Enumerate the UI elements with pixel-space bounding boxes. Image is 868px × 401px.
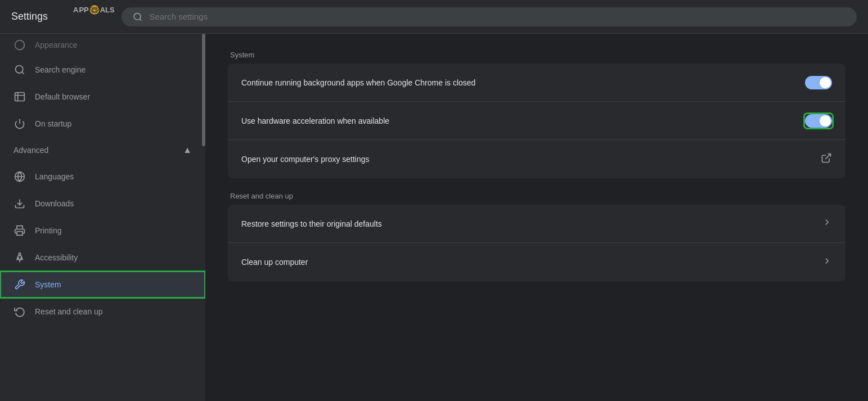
external-link-icon [821,152,832,166]
accessibility-icon [14,252,26,263]
sidebar-item-system-label: System [35,280,61,289]
sidebar-item-languages[interactable]: Languages [0,163,205,190]
power-icon [14,118,26,129]
cleanup-computer-label: Clean up computer [241,258,822,267]
svg-point-8 [19,253,20,255]
palette-icon [14,39,26,51]
sidebar-item-printing[interactable]: Printing [0,217,205,244]
toggle-thumb-2 [820,115,831,127]
wrench-icon [14,279,26,290]
sidebar-item-on-startup[interactable]: On startup [0,110,205,137]
toggle-track-2 [805,114,832,128]
system-settings-card: Continue running background apps when Go… [228,64,845,178]
sidebar-item-on-startup-label: On startup [35,119,71,128]
sidebar-item-default-browser-label: Default browser [35,92,90,101]
sidebar-item-reset-clean[interactable]: Reset and clean up [0,298,205,325]
sidebar-item-accessibility[interactable]: Accessibility [0,244,205,271]
reset-section-title: Reset and clean up [228,192,845,200]
body: Appearance Search engine Default browser [0,34,868,401]
collapse-arrow-icon: ▲ [183,145,192,155]
printer-icon [14,225,26,236]
sidebar-item-appearance-label: Appearance [35,40,78,49]
system-section-title: System [228,51,845,59]
svg-rect-7 [17,232,23,236]
restore-defaults-row[interactable]: Restore settings to their original defau… [228,205,845,243]
toggle-thumb [820,77,831,88]
search-bar[interactable] [122,7,857,26]
hardware-acceleration-toggle[interactable] [805,114,832,128]
download-icon [14,198,26,209]
arrow-right-icon-2 [822,256,832,269]
proxy-settings-row[interactable]: Open your computer's proxy settings [228,140,845,178]
sidebar-item-appearance[interactable]: Appearance [0,34,205,56]
restore-defaults-label: Restore settings to their original defau… [241,219,822,228]
svg-point-0 [134,13,141,20]
search-input[interactable] [150,12,845,21]
svg-rect-3 [15,93,25,101]
background-apps-toggle[interactable] [805,76,832,89]
sidebar-item-system[interactable]: System [0,271,205,298]
main-content: System Continue running background apps … [205,34,868,401]
sidebar-item-languages-label: Languages [35,172,74,181]
sidebar-item-accessibility-label: Accessibility [35,253,78,262]
sidebar-item-default-browser[interactable]: Default browser [0,83,205,110]
browser-icon [14,91,26,102]
logo-area: A PP 🤓 ALS [73,4,115,15]
scrollbar-track[interactable] [202,34,205,401]
background-apps-row: Continue running background apps when Go… [228,64,845,102]
sidebar-item-printing-label: Printing [35,226,61,235]
history-icon [14,306,26,317]
sidebar-item-search-engine-label: Search engine [35,65,86,74]
sidebar-item-downloads-label: Downloads [35,199,74,208]
sidebar-item-search-engine[interactable]: Search engine [0,56,205,83]
sidebar-item-reset-clean-label: Reset and clean up [35,307,103,316]
sidebar-item-downloads[interactable]: Downloads [0,190,205,217]
globe-icon [14,171,26,182]
background-apps-label: Continue running background apps when Go… [241,78,805,87]
reset-settings-card: Restore settings to their original defau… [228,205,845,281]
advanced-label: Advanced [14,146,48,155]
header: Settings A PP 🤓 ALS [0,0,868,34]
hardware-acceleration-label: Use hardware acceleration when available [241,116,805,125]
toggle-track [805,76,832,89]
search-icon [133,12,143,22]
arrow-right-icon [822,217,832,230]
svg-line-9 [825,154,830,159]
sidebar: Appearance Search engine Default browser [0,34,205,401]
hardware-acceleration-row: Use hardware acceleration when available [228,102,845,140]
svg-point-2 [16,66,23,73]
advanced-section-header[interactable]: Advanced ▲ [0,137,205,163]
proxy-settings-label: Open your computer's proxy settings [241,155,821,164]
search-nav-icon [14,64,26,75]
cleanup-computer-row[interactable]: Clean up computer [228,243,845,281]
